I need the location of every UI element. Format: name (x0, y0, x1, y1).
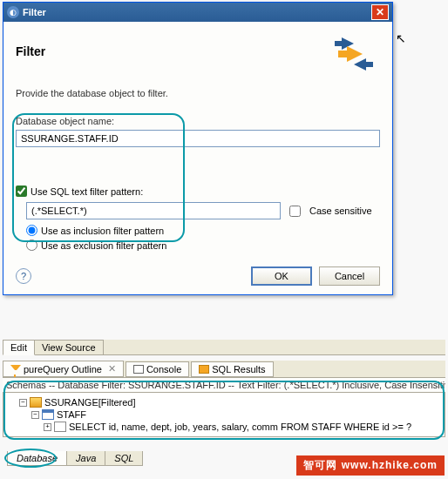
bottom-tab-java[interactable]: Java (66, 451, 105, 466)
filter-graphic-icon (338, 30, 380, 72)
outline-tree: − SSURANGE[Filtered] − STAFF + SELECT id… (3, 392, 445, 437)
schema-icon (30, 397, 42, 408)
dialog-body: Filter Provide the database object to fi… (3, 22, 392, 294)
use-pattern-label: Use SQL text filter pattern: (31, 186, 143, 197)
tree-stmt-label: SELECT id, name, dept, job, years, salar… (69, 422, 411, 432)
tab-view-source[interactable]: View Source (34, 340, 104, 354)
object-name-input[interactable] (16, 130, 380, 147)
exclusion-label: Use as exclusion filter pattern (41, 240, 166, 251)
titlebar-text: Filter (23, 7, 371, 17)
inclusion-label: Use as inclusion filter pattern (41, 226, 164, 236)
bottom-tab-database[interactable]: Database (7, 451, 67, 466)
collapse-icon[interactable]: − (19, 399, 27, 407)
collapse-icon[interactable]: − (31, 411, 39, 419)
inclusion-radio[interactable] (26, 225, 37, 236)
case-sensitive-label: Case sensitive (309, 206, 372, 216)
dialog-header: Filter (16, 44, 45, 58)
dialog-icon: ◐ (7, 6, 19, 18)
instruction-text: Provide the database object to filter. (16, 88, 380, 98)
exclusion-radio[interactable] (26, 239, 37, 251)
object-name-label: Database object name: (16, 116, 380, 126)
close-button[interactable]: ✕ (371, 4, 389, 20)
tab-edit[interactable]: Edit (3, 340, 35, 355)
filter-dialog: ◐ Filter ✕ Filter Provide the database o… (3, 2, 393, 295)
view-tabs: pureQuery Outline ✕ Console SQL Results (3, 361, 445, 378)
funnel-icon (10, 365, 21, 374)
sql-results-icon (199, 365, 209, 374)
bottom-tabs: Database Java SQL (7, 451, 142, 466)
use-pattern-checkbox[interactable] (16, 186, 27, 197)
view-console-label: Console (146, 364, 181, 374)
tree-table-label: STAFF (57, 409, 86, 420)
watermark: 智可网 www.hzhike.com (296, 455, 445, 476)
console-icon (133, 365, 144, 374)
titlebar[interactable]: ◐ Filter ✕ (3, 3, 392, 22)
view-console[interactable]: Console (126, 361, 189, 377)
table-icon (42, 409, 54, 420)
tree-table-row[interactable]: − STAFF (31, 408, 441, 421)
expand-icon[interactable]: + (44, 423, 51, 431)
close-view-icon[interactable]: ✕ (108, 363, 116, 374)
view-sql-results-label: SQL Results (212, 364, 265, 374)
help-icon[interactable]: ? (16, 268, 31, 284)
tree-schema-label: SSURANGE[Filtered] (44, 397, 136, 408)
bottom-panel: Edit View Source pureQuery Outline ✕ Con… (3, 340, 445, 437)
view-purequery-outline[interactable]: pureQuery Outline ✕ (3, 361, 124, 377)
cursor-icon: ↖ (396, 31, 406, 45)
cancel-button[interactable]: Cancel (319, 266, 380, 286)
tree-schema-row[interactable]: − SSURANGE[Filtered] (19, 396, 441, 408)
ok-button[interactable]: OK (251, 266, 312, 286)
pattern-input[interactable] (26, 202, 281, 219)
statement-icon (54, 422, 66, 432)
tree-stmt-row[interactable]: + SELECT id, name, dept, job, years, sal… (44, 421, 441, 433)
filter-description: Schemas -- Database Filter: SSURANGE.STA… (3, 378, 445, 392)
view-purequery-label: pureQuery Outline (24, 364, 102, 374)
case-sensitive-checkbox[interactable] (289, 206, 301, 217)
view-sql-results[interactable]: SQL Results (191, 361, 273, 377)
edit-tabs: Edit View Source (3, 340, 445, 355)
bottom-tab-sql[interactable]: SQL (105, 451, 143, 466)
